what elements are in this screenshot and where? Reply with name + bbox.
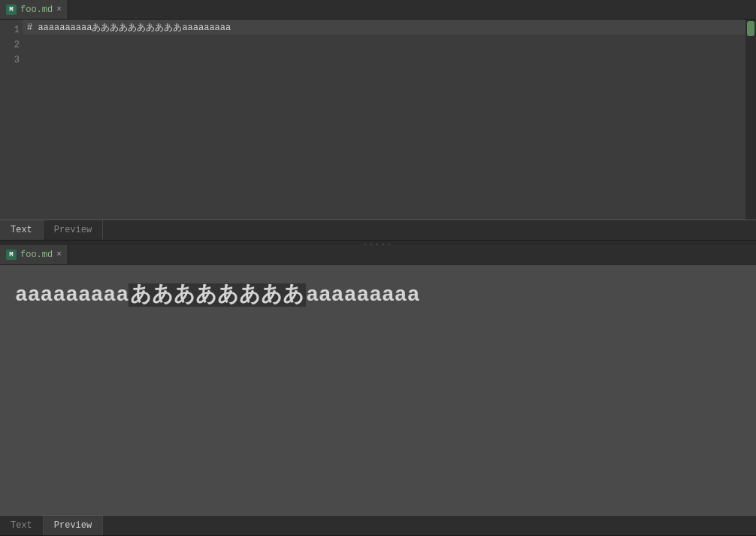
code-line-3 [23,50,745,65]
bottom-pane-tab-bar: Text Preview [0,515,756,536]
bottom-tab-close[interactable]: × [56,250,62,259]
top-pane-tab-bar: Text Preview [0,220,756,241]
bottom-tab-filename: foo.md [20,250,53,260]
top-tab-bar: M foo.md × [0,0,756,20]
heading-after: aaaaaaaaa [306,283,419,307]
top-tab-icon: M [6,5,17,15]
top-tab-close[interactable]: × [56,5,62,14]
line-number-3: 3 [5,53,20,68]
top-line-numbers: 1 2 3 [0,20,23,220]
top-text-tab[interactable]: Text [0,220,44,240]
bottom-tab-icon: M [6,250,17,260]
line-1-content: # aaaaaaaaaaああああああああああaaaaaaaaa [27,21,231,34]
top-preview-tab[interactable]: Preview [44,220,103,240]
bottom-preview-area: aaaaaaaaaああああああああaaaaaaaaa [0,265,756,515]
top-tab-filename: foo.md [20,5,53,15]
line-number-2: 2 [5,38,20,53]
top-code-area[interactable]: # aaaaaaaaaaああああああああああaaaaaaaaa [23,20,745,220]
line-number-1: 1 [5,23,20,38]
bottom-preview-tab[interactable]: Preview [44,516,103,535]
heading-japanese: ああああああああ [129,283,306,307]
top-editor-tab[interactable]: M foo.md × [0,0,68,19]
top-pane: M foo.md × 1 2 3 # aaaaaaaaaaああああああああああa… [0,0,756,241]
preview-heading: aaaaaaaaaああああああああaaaaaaaaa [15,280,741,308]
code-line-2 [23,35,745,50]
top-scrollbar[interactable] [745,20,756,220]
top-scrollbar-thumb[interactable] [747,21,754,36]
code-line-1: # aaaaaaaaaaああああああああああaaaaaaaaa [23,20,745,35]
top-editor-area[interactable]: 1 2 3 # aaaaaaaaaaああああああああああaaaaaaaaa [0,20,756,220]
bottom-editor-tab[interactable]: M foo.md × [0,245,68,264]
heading-before: aaaaaaaaa [15,283,129,307]
bottom-text-tab[interactable]: Text [0,516,44,535]
bottom-pane: M foo.md × aaaaaaaaaああああああああaaaaaaaaa Te… [0,245,756,536]
bottom-tab-bar-top: M foo.md × [0,245,756,265]
